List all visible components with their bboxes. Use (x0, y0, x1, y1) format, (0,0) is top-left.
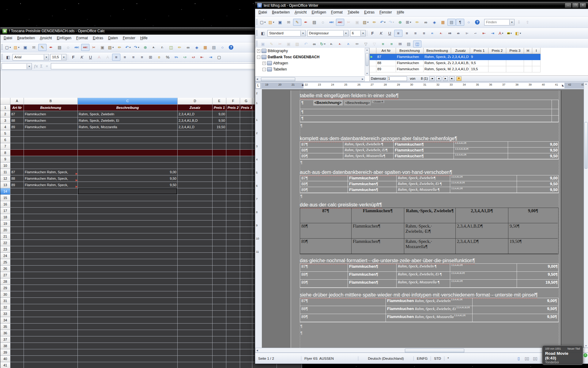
menu-bearbeiten[interactable]: Bearbeiten (15, 35, 37, 42)
table-cell[interactable]: Flammkuchen¶ (348, 264, 397, 272)
cell-G18[interactable] (240, 214, 252, 220)
row-header-17[interactable]: 17 (0, 208, 10, 214)
format-percent-icon[interactable]: % (164, 54, 172, 61)
cell-B15[interactable] (24, 195, 78, 201)
ds-cell[interactable]: Flammkuchen (396, 60, 424, 66)
cell-F5[interactable] (226, 130, 240, 137)
table-cell[interactable]: Rahm,·Speck,·Zwiebeln,·Ei·¶ (397, 272, 450, 280)
cell-G16[interactable] (240, 201, 252, 208)
cell-C8[interactable] (78, 150, 178, 156)
cell-A35[interactable] (10, 324, 24, 330)
cell-B5[interactable] (24, 130, 78, 137)
table-cell[interactable]: 9,50 (517, 187, 559, 193)
cell-A20[interactable] (10, 227, 24, 233)
row-header-24[interactable]: 24 (0, 253, 10, 259)
ds-cell[interactable]: 2,3,4,A1,D (451, 66, 470, 72)
cell-D10[interactable] (178, 163, 213, 169)
styles-icon[interactable]: ◧ (4, 54, 12, 61)
row-header-1[interactable]: 1 (0, 105, 10, 111)
chevron-down-icon[interactable]: ▼ (27, 64, 32, 69)
borders-icon[interactable]: ▢ (215, 54, 223, 61)
chevron-down-icon[interactable]: ▼ (343, 31, 348, 36)
table-cell[interactable]: 88¶ (300, 181, 348, 187)
table-row[interactable]: 87¶Flammkuchen¶Rahm,·Speck,·Zwiebeln¶2,3… (300, 175, 558, 181)
tree-vertical-scrollbar[interactable]: ▲▼ (365, 48, 369, 75)
row-header-5[interactable]: 5 (0, 130, 10, 137)
row-header-28[interactable]: 28 (0, 278, 10, 285)
table-cell[interactable]: 2,3,4,A1,D¶ (450, 280, 517, 288)
cell-E16[interactable] (213, 201, 226, 208)
background-color-icon[interactable]: ◧▼ (514, 30, 522, 37)
table-cell[interactable]: Rahm,·Speck,·Zwiebeln,·Ei¶ (343, 148, 394, 153)
cell-C37[interactable] (78, 336, 178, 343)
insert-chart-icon[interactable]: ◫ (167, 44, 175, 51)
cell-F19[interactable] (226, 220, 240, 227)
table-cell[interactable]: 2,3,4,A1,D¶ (450, 175, 517, 181)
cell-D27[interactable] (178, 272, 213, 278)
doc-heading[interactable]: dde·aus·der·calc·preisliste·verknüpft¶ (300, 202, 382, 208)
row-header-2[interactable]: 2 (0, 111, 10, 117)
cell-C25[interactable] (78, 259, 178, 266)
cell-F15[interactable] (226, 195, 240, 201)
writer-titlebar[interactable]: ▤ test fdhsg.odt - OpenOffice Writer — ❐… (255, 2, 588, 9)
copy-icon[interactable]: ▣ (98, 44, 107, 51)
cell-A26[interactable] (10, 266, 24, 272)
zoom-icon[interactable]: ○ (465, 19, 473, 26)
ds-column-header-preis-3[interactable]: Preis 3 (506, 48, 524, 54)
ds-cell[interactable] (532, 54, 541, 60)
status-insert-mode[interactable]: EINFG (414, 357, 431, 360)
sort-ascending-icon[interactable]: A↓ (336, 40, 344, 48)
menu-extras[interactable]: Extras (362, 9, 377, 16)
tree-item-datbank-tosc-gengenbach[interactable]: -DatBank Tosc GENGENBACH (255, 54, 369, 60)
cell-A41[interactable] (10, 362, 24, 368)
toolbar-grip[interactable] (1, 54, 3, 60)
sort-icon[interactable]: A↓ (327, 40, 336, 48)
cell-E33[interactable] (213, 311, 226, 317)
writer-window[interactable]: ▤ test fdhsg.odt - OpenOffice Writer — ❐… (255, 2, 588, 364)
cell-F24[interactable] (226, 253, 240, 259)
email-icon[interactable]: ✉ (285, 19, 293, 26)
zoom-icon[interactable]: ○ (218, 44, 227, 51)
cell-C17[interactable] (78, 208, 178, 214)
ds-grid-row[interactable]: 88FlammkuchenRahm, Speck, Zwi2,3,4,A1,B,… (370, 60, 588, 66)
menu-tabelle[interactable]: Tabelle (345, 9, 362, 16)
cell-G24[interactable] (240, 253, 252, 259)
table-cell[interactable]: 89¶ (300, 239, 352, 254)
column-header-A[interactable]: A (10, 98, 24, 105)
find-next-icon[interactable]: ⇩ (515, 19, 523, 26)
table-row[interactable]: 89¶Rahm,·Speck,·Mozzarella¶Flammkuchen¶2… (300, 153, 558, 159)
menu-extras[interactable]: Extras (90, 35, 106, 42)
table-row[interactable]: ¶ (300, 116, 558, 122)
cell-G25[interactable] (240, 259, 252, 266)
ds-column-header-h[interactable]: H (524, 48, 532, 54)
reset-filter-icon[interactable]: ▽ (370, 40, 379, 48)
cell-F10[interactable] (226, 163, 240, 169)
table-cell[interactable]: Flammkuchen¶ (394, 148, 454, 153)
cell-D41[interactable] (178, 362, 213, 368)
row-header-32[interactable]: 32 (0, 304, 10, 311)
cut-icon[interactable]: ✂ (345, 19, 353, 26)
cell-C9[interactable] (78, 156, 178, 163)
menu-hilfe[interactable]: Hilfe (138, 35, 150, 42)
cell-C7[interactable] (78, 143, 178, 150)
cell-E38[interactable] (213, 343, 226, 349)
find-record-icon[interactable]: ∞ (310, 40, 318, 48)
table-cell[interactable]: Flammkuchen Rahm,·Speck,·Zwiebeln 2,3,4,… (386, 298, 473, 306)
show-draw-functions-icon[interactable]: ✏ (413, 19, 421, 26)
font-color-icon[interactable]: A▼ (497, 30, 505, 37)
cell-B33[interactable] (24, 311, 78, 317)
cell-A16[interactable] (10, 201, 24, 208)
cell-C27[interactable] (78, 272, 178, 278)
table-cell[interactable]: ¶ (300, 109, 552, 116)
cell-D33[interactable] (178, 311, 213, 317)
cell-E26[interactable] (213, 266, 226, 272)
increase-indent-icon[interactable]: ⇥ (206, 54, 215, 61)
cell-E4[interactable]: 19,50 (213, 124, 226, 130)
cell-C29[interactable] (78, 285, 178, 291)
merge-cells-icon[interactable]: ⊞ (146, 54, 155, 61)
cell-A34[interactable] (10, 317, 24, 324)
italic-icon[interactable]: K (78, 54, 86, 61)
spellcheck-icon[interactable]: ABC (73, 44, 81, 51)
cell-B28[interactable] (24, 278, 78, 285)
cell-B14[interactable] (24, 188, 78, 195)
